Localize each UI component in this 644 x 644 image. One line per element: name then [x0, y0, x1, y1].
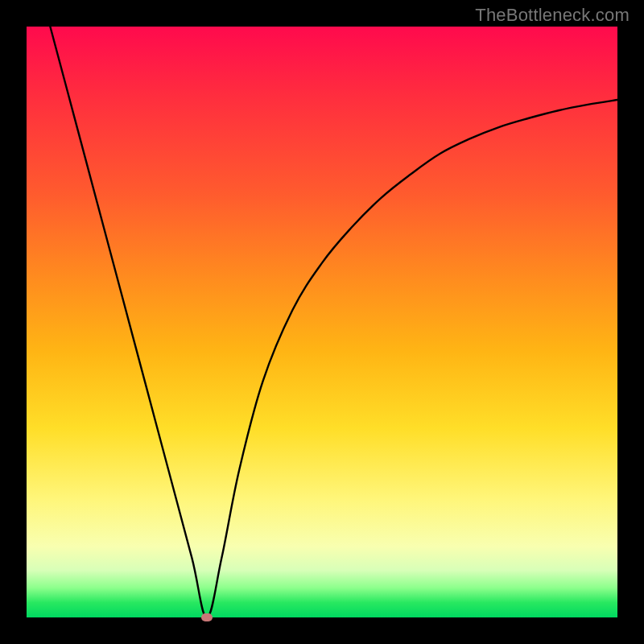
watermark-text: TheBottleneck.com [475, 5, 630, 26]
optimal-point-marker [201, 613, 213, 621]
plot-area [27, 27, 617, 617]
bottleneck-curve [27, 27, 617, 617]
chart-frame: TheBottleneck.com [0, 0, 644, 644]
